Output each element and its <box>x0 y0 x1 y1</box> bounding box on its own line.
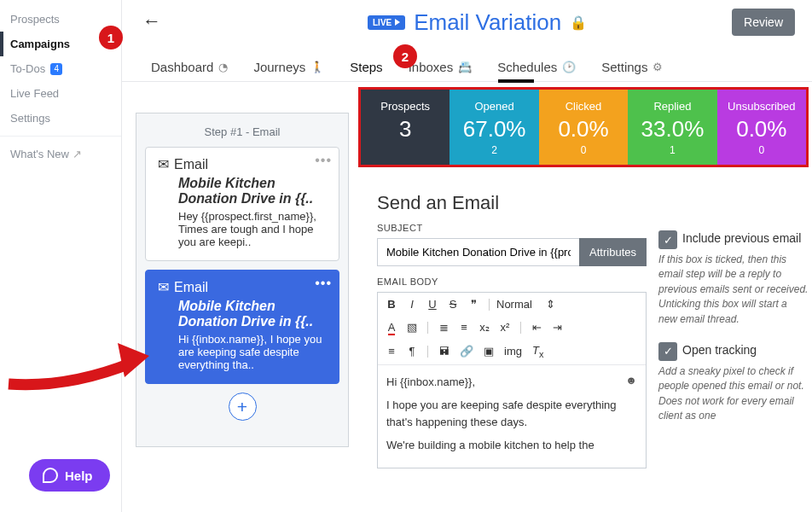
body-blank <box>386 430 637 437</box>
stat-label: Replied <box>628 100 716 113</box>
body-line: Hi {{inbox.name}}, <box>386 374 637 391</box>
stat-value: 33.0% <box>628 116 716 143</box>
options-column: ✓ Include previous email If this box is … <box>658 230 809 439</box>
stat-label: Clicked <box>539 100 628 113</box>
rich-text-editor: B I U S ❞ Normal⇕ A ▧ ≣ ≡ x₂ x² ⇤ ⇥ ≡ ¶ … <box>377 292 647 468</box>
tab-label: Settings <box>601 60 647 74</box>
option-title: Open tracking <box>682 342 757 358</box>
email-card-1[interactable]: ••• ✉Email Mobile Kitchen Donation Drive… <box>145 147 339 261</box>
help-button[interactable]: Help <box>29 459 110 492</box>
strike-button[interactable]: S <box>444 296 461 312</box>
help-button-label: Help <box>65 468 93 483</box>
open-tracking-checkbox[interactable]: ✓ <box>658 342 677 361</box>
sidebar-item-campaigns[interactable]: Campaigns <box>0 32 121 56</box>
page-header: ← LIVE Email Variation 🔒 Review Dashboar… <box>122 0 812 82</box>
body-line: I hope you are keeping safe despite ever… <box>386 397 637 430</box>
chat-bubble-icon <box>43 468 58 483</box>
stat-replied[interactable]: Replied 33.0% 1 <box>628 90 716 165</box>
email-card-subject: Mobile Kitchen Donation Drive in {{.. <box>178 176 327 207</box>
include-previous-checkbox[interactable]: ✓ <box>658 230 677 249</box>
link-button[interactable]: 🔗 <box>456 343 477 359</box>
card-more-icon[interactable]: ••• <box>315 153 332 168</box>
unordered-list-button[interactable]: ≡ <box>455 319 473 335</box>
sidebar-item-label: Campaigns <box>10 38 70 50</box>
insert-image-button[interactable]: img <box>501 343 525 359</box>
quote-button[interactable]: ❞ <box>465 296 482 312</box>
superscript-button[interactable]: x² <box>496 319 513 335</box>
add-step-button[interactable]: + <box>229 393 257 421</box>
font-color-button[interactable]: A <box>383 319 400 335</box>
stat-label: Unsubscribed <box>717 100 806 113</box>
envelope-icon: ✉ <box>158 280 169 294</box>
email-card-2[interactable]: ••• ✉Email Mobile Kitchen Donation Drive… <box>145 270 339 384</box>
format-select[interactable]: Normal⇕ <box>496 298 555 311</box>
stat-opened[interactable]: Opened 67.0% 2 <box>450 90 538 165</box>
sidebar-item-prospects[interactable]: Prospects <box>0 7 121 32</box>
stat-clicked[interactable]: Clicked 0.0% 0 <box>539 90 628 165</box>
body-line: We're building a mobile kitchen to help … <box>386 437 637 454</box>
left-sidebar: Prospects Campaigns To-Dos 4 Live Feed S… <box>0 0 122 512</box>
toolbar-separator <box>520 322 521 334</box>
format-select-label: Normal <box>496 298 532 311</box>
include-previous-option: ✓ Include previous email If this box is … <box>658 230 809 327</box>
tab-settings[interactable]: Settings⚙ <box>601 60 663 81</box>
tab-dashboard[interactable]: Dashboard◔ <box>151 60 228 81</box>
tab-inboxes[interactable]: Inboxes📇 <box>409 60 473 81</box>
tab-label: Steps <box>350 60 382 74</box>
stat-unsubscribed[interactable]: Unsubscribed 0.0% 0 <box>717 90 806 165</box>
sidebar-item-livefeed[interactable]: Live Feed <box>0 81 121 106</box>
stat-prospects[interactable]: Prospects 3 <box>361 90 450 165</box>
subscript-button[interactable]: x₂ <box>476 319 493 335</box>
italic-button[interactable]: I <box>403 296 420 312</box>
align-button[interactable]: ≡ <box>383 343 400 359</box>
card-more-icon[interactable]: ••• <box>315 276 332 291</box>
option-description: If this box is ticked, then this email s… <box>658 253 809 327</box>
ordered-list-button[interactable]: ≣ <box>435 319 452 335</box>
sidebar-item-settings[interactable]: Settings <box>0 106 121 131</box>
outdent-button[interactable]: ⇤ <box>528 319 545 335</box>
emoji-icon[interactable]: ☻ <box>625 372 637 389</box>
sidebar-item-todos[interactable]: To-Dos 4 <box>0 56 121 81</box>
stat-label: Prospects <box>361 100 450 113</box>
subject-input[interactable] <box>377 238 579 266</box>
clear-format-button[interactable]: Tx <box>529 342 547 361</box>
stat-subvalue: 2 <box>450 144 538 156</box>
highlight-button[interactable]: ▧ <box>403 319 420 335</box>
lock-icon[interactable]: 🔒 <box>570 15 587 31</box>
attributes-button[interactable]: Attributes <box>579 238 647 266</box>
attachment-button[interactable]: 🖬 <box>435 343 453 359</box>
hiker-icon: 🚶 <box>310 61 324 73</box>
email-card-label: Email <box>174 280 208 294</box>
back-arrow-icon[interactable]: ← <box>142 10 161 32</box>
paragraph-button[interactable]: ¶ <box>403 343 420 359</box>
underline-button[interactable]: U <box>424 296 441 312</box>
tab-label: Journeys <box>253 60 305 74</box>
toolbar-separator <box>489 299 490 311</box>
sidebar-item-whatsnew[interactable]: What's New ↗ <box>0 142 121 166</box>
stats-bar: Prospects 3 Opened 67.0% 2 Clicked 0.0% … <box>361 90 806 165</box>
image-button[interactable]: ▣ <box>480 343 497 359</box>
tab-bar: Dashboard◔ Journeys🚶 Steps Inboxes📇 Sche… <box>151 60 795 81</box>
live-label: LIVE <box>373 18 392 27</box>
toolbar-separator <box>427 346 428 358</box>
email-body-textarea[interactable]: ☻ Hi {{inbox.name}}, I hope you are keep… <box>378 365 646 468</box>
inbox-icon: 📇 <box>458 61 472 73</box>
open-tracking-option: ✓ Open tracking Add a sneaky pixel to ch… <box>658 342 809 424</box>
gear-icon: ⚙ <box>652 61 663 73</box>
stat-subvalue: 0 <box>717 144 806 156</box>
tab-schedules[interactable]: Schedules🕑 <box>497 60 576 81</box>
live-status-pill[interactable]: LIVE <box>368 15 405 30</box>
bold-button[interactable]: B <box>383 296 400 312</box>
chevron-updown-icon: ⇕ <box>546 298 555 311</box>
review-button[interactable]: Review <box>732 9 795 36</box>
external-link-icon: ↗ <box>72 148 82 160</box>
option-description: Add a sneaky pixel to check if people op… <box>658 364 809 424</box>
sidebar-item-label: Live Feed <box>10 87 59 100</box>
sidebar-item-label: What's New <box>10 148 69 160</box>
gauge-icon: ◔ <box>218 61 228 73</box>
body-blank <box>386 390 637 397</box>
tab-steps[interactable]: Steps <box>350 60 382 81</box>
indent-button[interactable]: ⇥ <box>548 319 566 335</box>
email-card-preview: Hey {{prospect.first_name}}, Times are t… <box>178 210 327 248</box>
tab-journeys[interactable]: Journeys🚶 <box>253 60 324 81</box>
